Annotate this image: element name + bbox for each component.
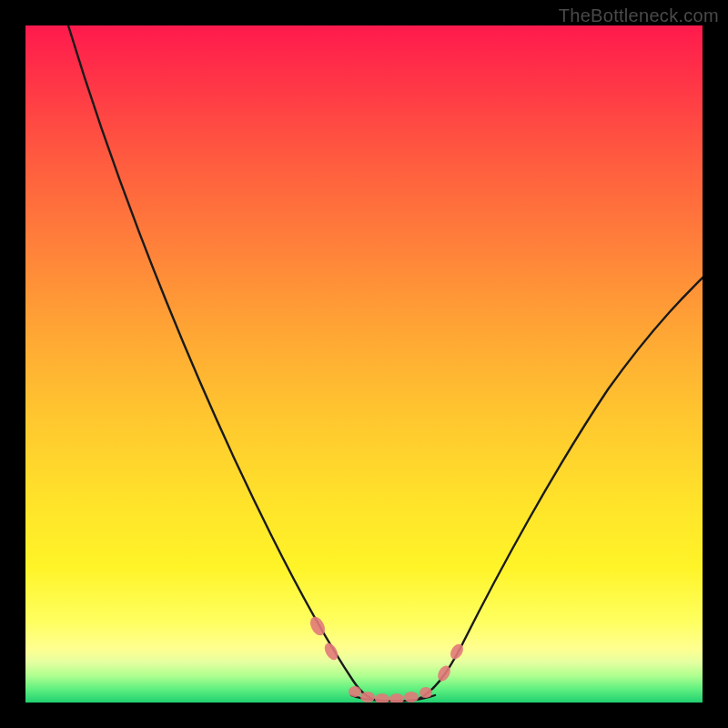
bead-group xyxy=(308,614,466,703)
bead-valley-1 xyxy=(349,686,361,697)
chart-svg xyxy=(25,25,703,703)
watermark-text: TheBottleneck.com xyxy=(559,5,719,26)
left-curve xyxy=(66,25,379,701)
right-curve xyxy=(419,264,703,699)
bead-valley-2 xyxy=(360,692,375,703)
bead-valley-4 xyxy=(389,693,404,703)
bead-valley-6 xyxy=(420,687,432,698)
chart-frame xyxy=(25,25,703,703)
bead-valley-5 xyxy=(404,692,419,703)
bead-left-lower xyxy=(322,641,340,662)
bead-valley-3 xyxy=(375,693,389,703)
